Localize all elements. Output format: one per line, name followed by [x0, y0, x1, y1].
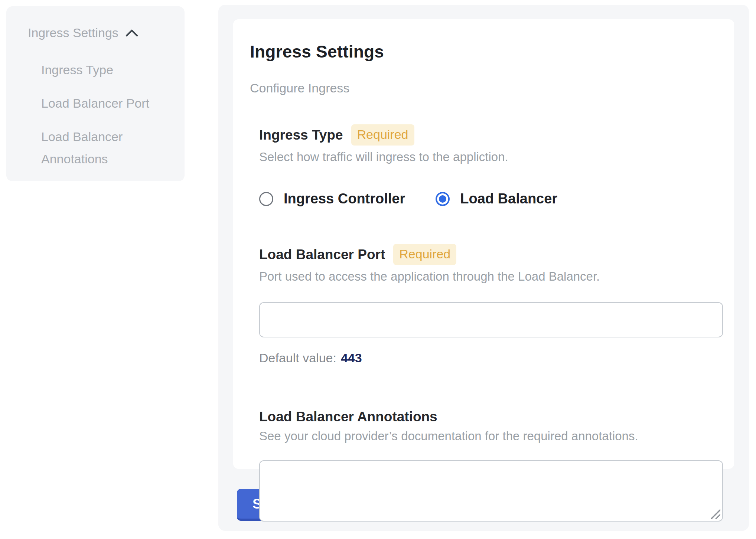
required-badge: Required — [351, 124, 414, 146]
ingress-type-label: Ingress Type — [259, 127, 343, 143]
section-load-balancer-annotations: Load Balancer Annotations See your cloud… — [259, 409, 716, 522]
lb-port-label: Load Balancer Port — [259, 247, 385, 262]
radio-unselected-icon[interactable] — [259, 192, 273, 206]
resize-handle-icon[interactable] — [711, 509, 720, 519]
page-subtitle: Configure Ingress — [250, 81, 716, 95]
section-ingress-type: Ingress Type Required Select how traffic… — [259, 124, 716, 207]
ingress-type-radio-group: Ingress Controller Load Balancer — [259, 191, 716, 207]
sidebar-item-list: Ingress Type Load Balancer Port Load Bal… — [28, 59, 170, 170]
sidebar-group-label: Ingress Settings — [28, 26, 118, 40]
section-load-balancer-port: Load Balancer Port Required Port used to… — [259, 244, 716, 365]
settings-nav-sidebar: Ingress Settings Ingress Type Load Balan… — [6, 6, 185, 181]
ingress-settings-card: Ingress Settings Configure Ingress Ingre… — [233, 19, 734, 469]
radio-option-load-balancer[interactable]: Load Balancer — [436, 191, 557, 207]
radio-option-ingress-controller[interactable]: Ingress Controller — [259, 191, 405, 207]
radio-selected-icon[interactable] — [436, 192, 450, 206]
chevron-up-icon[interactable] — [125, 29, 139, 37]
required-badge: Required — [393, 244, 456, 265]
lb-annotations-description: See your cloud provider’s documentation … — [259, 429, 716, 443]
sidebar-item-load-balancer-annotations[interactable]: Load Balancer Annotations — [28, 125, 170, 170]
radio-label-ingress-controller: Ingress Controller — [284, 191, 405, 207]
lb-port-description: Port used to access the application thro… — [259, 270, 716, 284]
default-value-label: Default value: — [259, 351, 336, 365]
sidebar-group-ingress-settings[interactable]: Ingress Settings — [28, 26, 170, 40]
lb-port-default-line: Default value: 443 — [259, 351, 716, 365]
page-title: Ingress Settings — [250, 42, 716, 62]
radio-label-load-balancer: Load Balancer — [460, 191, 557, 207]
lb-port-input[interactable] — [259, 302, 723, 337]
lb-annotations-label: Load Balancer Annotations — [259, 409, 437, 425]
lb-annotations-textarea-wrap — [259, 460, 723, 522]
ingress-type-label-row: Ingress Type Required — [259, 124, 716, 146]
radio-dot — [439, 195, 446, 203]
default-value: 443 — [341, 351, 362, 365]
form-sections: Ingress Type Required Select how traffic… — [259, 124, 716, 522]
lb-port-label-row: Load Balancer Port Required — [259, 244, 716, 265]
lb-annotations-label-row: Load Balancer Annotations — [259, 409, 716, 425]
lb-annotations-textarea[interactable] — [259, 460, 723, 522]
sidebar-item-load-balancer-port[interactable]: Load Balancer Port — [28, 92, 170, 114]
sidebar-item-ingress-type[interactable]: Ingress Type — [28, 59, 170, 81]
main-panel: Ingress Settings Configure Ingress Ingre… — [218, 5, 749, 531]
ingress-type-description: Select how traffic will ingress to the a… — [259, 150, 716, 164]
